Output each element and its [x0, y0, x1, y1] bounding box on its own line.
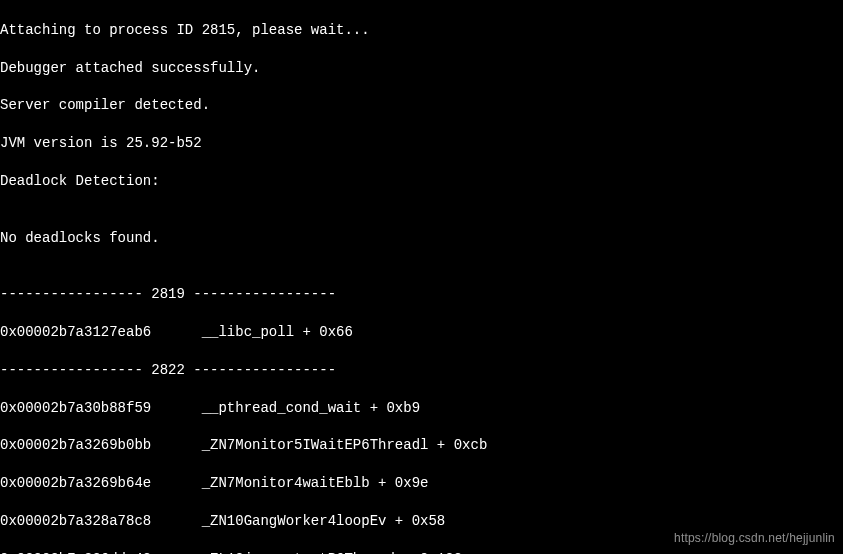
stack-frame: 0x00002b7a328a78c8 _ZN10GangWorker4loopE…	[0, 512, 843, 531]
thread-separator-2822: ----------------- 2822 -----------------	[0, 361, 843, 380]
stack-frame: 0x00002b7a3269b64e _ZN7Monitor4waitEblb …	[0, 474, 843, 493]
header-jvm-version: JVM version is 25.92-b52	[0, 134, 843, 153]
stack-frame: 0x00002b7a30b88f59 __pthread_cond_wait +…	[0, 399, 843, 418]
stack-frame: 0x00002b7a326dda42 _ZL10java_startP6Thre…	[0, 550, 843, 554]
watermark-url: https://blog.csdn.net/hejjunlin	[674, 530, 835, 546]
stack-frame: 0x00002b7a3127eab6 __libc_poll + 0x66	[0, 323, 843, 342]
thread-separator-2819: ----------------- 2819 -----------------	[0, 285, 843, 304]
header-attaching: Attaching to process ID 2815, please wai…	[0, 21, 843, 40]
header-attached: Debugger attached successfully.	[0, 59, 843, 78]
terminal-output: Attaching to process ID 2815, please wai…	[0, 2, 843, 554]
stack-frame: 0x00002b7a3269b0bb _ZN7Monitor5IWaitEP6T…	[0, 436, 843, 455]
header-compiler: Server compiler detected.	[0, 96, 843, 115]
no-deadlocks-found: No deadlocks found.	[0, 229, 843, 248]
deadlock-detection-title: Deadlock Detection:	[0, 172, 843, 191]
